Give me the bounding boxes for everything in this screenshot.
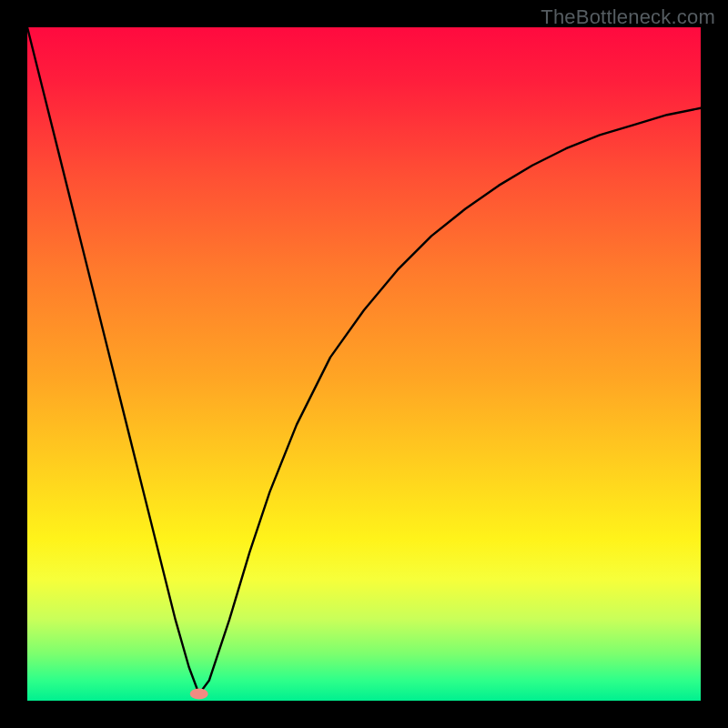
optimum-marker	[190, 689, 208, 700]
bottleneck-curve	[27, 27, 701, 694]
plot-area	[27, 27, 701, 701]
chart-svg	[27, 27, 701, 701]
watermark-label: TheBottleneck.com	[541, 5, 715, 29]
